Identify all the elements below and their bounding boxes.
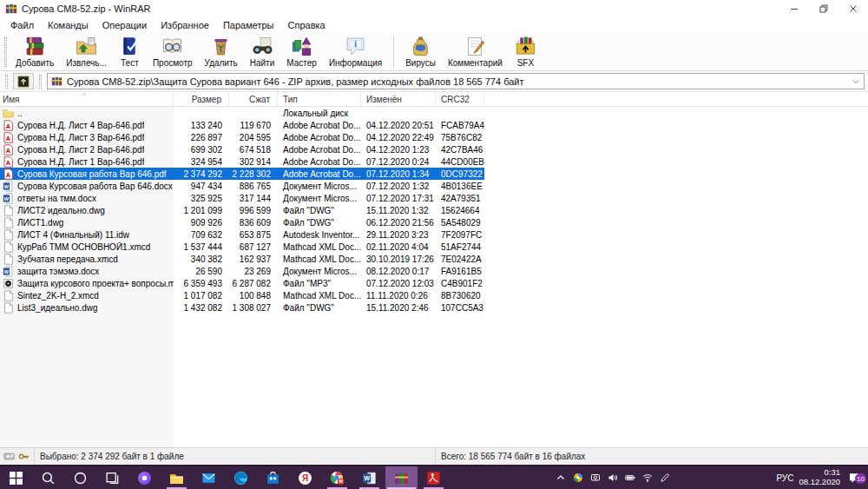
file-row[interactable]: Sintez_2K-H_2.xmcd1 017 082100 848Mathca… — [0, 289, 484, 301]
taskbar-chrome-gmail-button[interactable]: M — [321, 466, 353, 489]
file-name: ЛИСТ 4 (Финальный) 11.idw — [17, 230, 129, 240]
toolbar-test-button[interactable]: Тест — [113, 34, 147, 70]
explorer-icon — [169, 471, 184, 486]
tray-expand[interactable] — [556, 472, 566, 483]
file-row[interactable]: AСурова Курсовая работа Вар 646.pdf2 374… — [0, 168, 484, 180]
menu-favorites[interactable]: Избранное — [154, 19, 216, 31]
taskbar-acrobat-reader-button[interactable] — [418, 466, 450, 489]
file-row[interactable]: Wответы на тмм.docx325 925317 144Докумен… — [0, 192, 484, 204]
notification-center-button[interactable]: 10 — [845, 472, 863, 484]
file-size-cell: 947 434 — [174, 182, 229, 191]
menu-help[interactable]: Справка — [281, 19, 332, 31]
toolbar-delete-button[interactable]: Удалить — [199, 34, 244, 70]
close-button[interactable] — [838, 0, 868, 17]
file-name-cell: AСурова Н.Д. Лист 3 Вар-646.pdf — [0, 132, 174, 143]
taskbar-search-button[interactable] — [32, 466, 64, 489]
toolbar-sfx-button[interactable]: SFX — [509, 34, 542, 70]
toolbar-wizard-button[interactable]: Мастер — [280, 34, 323, 70]
tray-display[interactable] — [590, 472, 601, 483]
file-row[interactable]: Зубчатая передача.xmcd340 382162 937Math… — [0, 253, 484, 265]
column-header-size[interactable]: Размер — [174, 92, 229, 106]
taskbar-cortana-button[interactable] — [64, 466, 96, 489]
taskbar-task-view-button[interactable] — [96, 466, 128, 489]
toolbar-find-button[interactable]: Найти — [244, 34, 281, 70]
tray-app[interactable] — [573, 472, 583, 483]
file-row[interactable]: Защита курсового проекта+ вопросы.mp36 3… — [0, 277, 484, 289]
menu-options[interactable]: Параметры — [216, 19, 281, 31]
language-indicator[interactable]: РУС — [776, 473, 793, 483]
toolbar-info-button[interactable]: iИнформация — [323, 34, 388, 70]
mail-icon — [201, 471, 216, 486]
file-size-cell: 325 925 — [174, 194, 229, 203]
toolbar-label: Добавить — [16, 58, 54, 68]
file-row[interactable]: List3_идеально.dwg1 432 0821 308 027Файл… — [0, 301, 484, 314]
file-row[interactable]: ЛИСТ2 идеально.dwg1 201 099996 599Файл "… — [0, 204, 484, 216]
taskbar-start-button[interactable] — [0, 466, 32, 489]
taskbar-word-button[interactable]: W — [353, 466, 385, 489]
address-dropdown-chevron[interactable] — [852, 77, 860, 86]
clock[interactable]: 0:31 08.12.2020 — [799, 468, 840, 487]
cortana-icon — [73, 471, 88, 486]
address-grip — [5, 75, 8, 89]
status-total: Всего: 18 565 774 байт в 16 файлах — [436, 448, 868, 465]
column-header-packed[interactable]: Сжат — [229, 92, 278, 106]
toolbar-view-button[interactable]: Просмотр — [147, 34, 199, 70]
menu-file[interactable]: Файл — [3, 19, 41, 31]
taskbar-yandex-browser-button[interactable]: Я — [289, 466, 321, 489]
file-crc-cell: 75B76C82 — [436, 133, 484, 142]
notification-badge: 10 — [855, 473, 866, 484]
file-row[interactable]: AСурова Н.Д. Лист 1 Вар-646.pdf324 95430… — [0, 155, 484, 168]
file-size-cell: 2 374 292 — [174, 169, 229, 179]
taskbar-winrar-button[interactable] — [385, 466, 418, 489]
file-row[interactable]: КурРаб ТММ ОСНОВНОЙ1.xmcd1 537 444687 12… — [0, 241, 484, 253]
minimize-button[interactable] — [779, 0, 809, 17]
file-name: защита тэмэмэ.docx — [17, 267, 99, 276]
disk-status-icon — [3, 451, 15, 462]
file-modified-cell: 08.12.2020 0:17 — [361, 267, 436, 276]
taskbar-microsoft-store-button[interactable] — [257, 466, 289, 489]
tray-pen[interactable] — [660, 472, 670, 483]
file-row[interactable]: ЛИСТ 4 (Финальный) 11.idw709 632653 875A… — [0, 228, 484, 241]
info-icon: i — [345, 36, 366, 57]
file-type-cell: Файл "MP3" — [278, 279, 361, 288]
file-icon — [3, 205, 14, 216]
screen-icon — [590, 472, 601, 483]
file-row[interactable]: Wзащита тэмэмэ.docx26 59023 269Документ … — [0, 265, 484, 277]
file-name: Сурова Н.Д. Лист 3 Вар-646.pdf — [17, 133, 144, 142]
address-combo[interactable]: Сурова СМ8-52.zip\Защита Сурова вариант … — [47, 73, 865, 89]
toolbar-comment-button[interactable]: Комментарий — [442, 34, 509, 70]
file-packed-cell: 317 144 — [229, 194, 278, 203]
tray-battery[interactable] — [625, 472, 635, 483]
file-row[interactable]: WСурова Курсовая работа Вар 646.docx947 … — [0, 180, 484, 192]
menu-operations[interactable]: Операции — [95, 19, 154, 31]
taskbar-mail-button[interactable] — [193, 466, 225, 489]
file-icon — [3, 217, 14, 228]
menu-commands[interactable]: Команды — [41, 19, 95, 31]
toolbar-add-button[interactable]: Добавить — [10, 34, 60, 70]
tray-volume[interactable] — [608, 472, 618, 483]
file-modified-cell: 07.12.2020 12:03 — [361, 279, 436, 288]
file-row[interactable]: AСурова Н.Д. Лист 3 Вар-646.pdf226 89720… — [0, 131, 484, 143]
taskbar-edge-button[interactable] — [225, 466, 257, 489]
winrar-icon — [394, 471, 409, 486]
column-header-modified[interactable]: Изменён — [361, 92, 436, 106]
file-row[interactable]: AСурова Н.Д. Лист 4 Вар-646.pdf133 24011… — [0, 119, 484, 131]
tray-network[interactable] — [642, 472, 653, 483]
taskbar-yandex-alice-button[interactable] — [128, 466, 161, 489]
file-row[interactable]: ЛИСТ1.dwg909 926836 609Файл "DWG"06.12.2… — [0, 216, 484, 228]
column-header-type[interactable]: Тип — [278, 92, 361, 106]
parent-dir-row[interactable]: ..Локальный диск — [0, 107, 484, 119]
file-row[interactable]: AСурова Н.Д. Лист 2 Вар-646.pdf699 30267… — [0, 143, 484, 155]
toolbar-virus-button[interactable]: Вирусы — [399, 34, 442, 70]
file-type-cell: Документ Micros... — [278, 194, 361, 203]
clock-date: 08.12.2020 — [799, 478, 840, 487]
svg-text:A: A — [6, 170, 11, 178]
taskbar-file-explorer-button[interactable] — [161, 466, 193, 489]
file-name-cell: AСурова Н.Д. Лист 1 Вар-646.pdf — [0, 156, 174, 168]
toolbar-extract-button[interactable]: Извлечь... — [60, 34, 113, 70]
column-header-crc32[interactable]: CRC32 — [436, 92, 484, 106]
column-header-name[interactable]: Имя — [0, 92, 174, 106]
maximize-button[interactable] — [809, 0, 838, 17]
up-directory-button[interactable] — [13, 73, 34, 89]
file-crc-cell: 42C7BA46 — [436, 145, 484, 155]
